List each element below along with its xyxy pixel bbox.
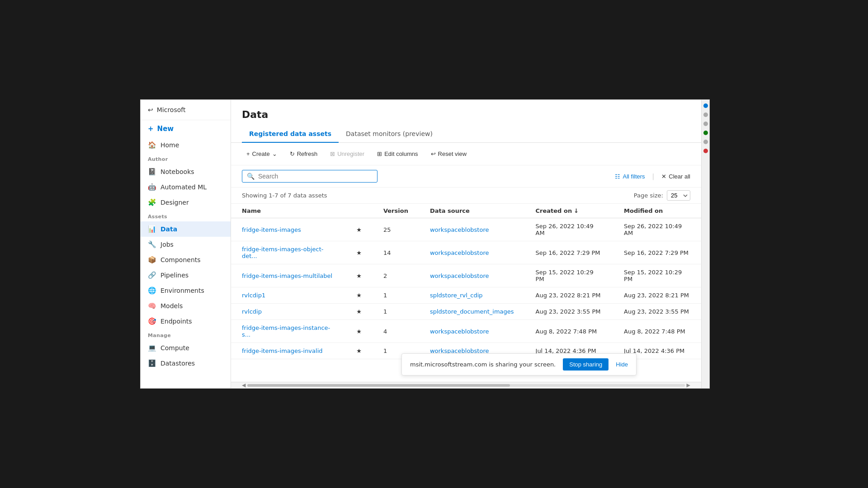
row-datasource-link[interactable]: workspaceblobstore [430,226,489,233]
sidebar: ↩ Microsoft + New 🏠 Home Author 📓 Notebo… [141,100,231,388]
stop-sharing-button[interactable]: Stop sharing [563,358,609,371]
right-panel-indicator-2[interactable] [703,113,708,117]
sidebar-item-components[interactable]: 📦 Components [141,252,231,267]
cell-star[interactable]: ★ [345,343,373,359]
filter-separator: | [652,173,655,180]
cell-modified-on: Aug 8, 2022 7:48 PM [613,320,701,343]
refresh-button[interactable]: ↻ Refresh [285,148,322,160]
row-datasource-link[interactable]: spldstore_document_images [430,308,514,315]
sidebar-item-models[interactable]: 🧠 Models [141,298,231,314]
sidebar-item-data[interactable]: 📊 Data [141,221,231,237]
cell-data-source: spldstore_rvl_cdip [419,287,525,304]
cell-created-on: Sep 16, 2022 7:29 PM [525,241,613,264]
edit-columns-button[interactable]: ⊞ Edit columns [373,148,422,160]
models-icon: 🧠 [148,302,156,310]
sidebar-item-designer-label: Designer [160,199,189,206]
row-name-link[interactable]: rvlcdip1 [242,292,265,299]
unregister-icon: ⊠ [330,150,335,157]
sidebar-item-components-label: Components [160,256,201,263]
cell-star[interactable]: ★ [345,287,373,304]
row-name-link[interactable]: fridge-items-images-instance-s... [242,324,330,338]
sidebar-item-compute[interactable]: 💻 Compute [141,340,231,356]
row-datasource-link[interactable]: spldstore_rvl_cdip [430,292,483,299]
filter-bar: 🔍 ☷ All filters | ✕ Clear all [231,165,701,188]
th-created-on[interactable]: Created on ↓ [525,204,613,218]
cell-data-source: workspaceblobstore [419,218,525,241]
row-name-link[interactable]: rvlcdip [242,308,262,315]
table-row: rvlcdip ★ 1 spldstore_document_images Au… [231,304,701,320]
right-panel-indicator-6[interactable] [703,149,708,153]
new-button[interactable]: + New [141,120,231,137]
right-panel-indicator-1[interactable] [703,103,708,108]
th-version[interactable]: Version [373,204,419,218]
h-scroll-track [247,384,684,387]
chevron-down-icon: ⌄ [272,150,277,157]
tab-registered-data-assets[interactable]: Registered data assets [242,127,339,143]
sidebar-item-environments[interactable]: 🌐 Environments [141,283,231,298]
new-label: New [157,125,174,133]
sidebar-item-home[interactable]: 🏠 Home [141,137,231,153]
sidebar-item-endpoints[interactable]: 🎯 Endpoints [141,314,231,329]
page-size-label: Page size: [634,192,663,199]
cell-star[interactable]: ★ [345,218,373,241]
page-size-control: Page size: 25 10 50 100 [634,190,690,201]
columns-icon: ⊞ [377,150,382,157]
cell-name: rvlcdip1 [231,287,345,304]
tab-dataset-monitors[interactable]: Dataset monitors (preview) [339,127,440,143]
right-panel-indicator-5[interactable] [703,140,708,144]
row-datasource-link[interactable]: workspaceblobstore [430,328,489,335]
right-panel-indicator-3[interactable] [703,122,708,126]
cell-data-source: workspaceblobstore [419,264,525,287]
page-size-select[interactable]: 25 10 50 100 [667,190,690,201]
row-name-link[interactable]: fridge-items-images-invalid [242,347,323,354]
sidebar-item-compute-label: Compute [160,344,189,352]
th-data-source[interactable]: Data source [419,204,525,218]
sidebar-item-pipelines[interactable]: 🔗 Pipelines [141,267,231,283]
sidebar-item-models-label: Models [160,302,183,310]
cell-star[interactable]: ★ [345,241,373,264]
create-button[interactable]: + Create ⌄ [242,148,282,160]
all-filters-button[interactable]: ☷ All filters [615,173,645,180]
h-scroll-thumb[interactable] [247,384,509,387]
sidebar-item-notebooks[interactable]: 📓 Notebooks [141,164,231,179]
cell-created-on: Aug 8, 2022 7:48 PM [525,320,613,343]
cell-created-on: Aug 23, 2022 8:21 PM [525,287,613,304]
right-panel-indicator-4[interactable] [703,131,708,135]
cell-name: rvlcdip [231,304,345,320]
sidebar-item-designer[interactable]: 🧩 Designer [141,195,231,210]
sidebar-item-jobs-label: Jobs [160,241,174,248]
page-title: Data [242,109,690,120]
cell-name: fridge-items-images [231,218,345,241]
reset-icon: ↩ [431,150,436,157]
row-name-link[interactable]: fridge-items-images-object-det... [242,246,324,259]
unregister-button[interactable]: ⊠ Unregister [326,148,369,160]
sidebar-item-jobs[interactable]: 🔧 Jobs [141,237,231,252]
th-name[interactable]: Name [231,204,345,218]
compute-icon: 💻 [148,344,156,352]
row-name-link[interactable]: fridge-items-images-multilabel [242,272,332,279]
back-icon: ↩ [148,106,153,113]
search-input[interactable] [258,173,373,180]
cell-name: fridge-items-images-invalid [231,343,345,359]
components-icon: 📦 [148,256,156,264]
main-content: Data Registered data assets Dataset moni… [231,100,701,388]
th-modified-on[interactable]: Modified on [613,204,701,218]
scroll-left-arrow[interactable]: ◀ [242,382,245,388]
cell-star[interactable]: ★ [345,320,373,343]
scroll-right-arrow[interactable]: ▶ [687,382,690,388]
hide-button[interactable]: Hide [616,361,628,368]
reset-view-button[interactable]: ↩ Reset view [426,148,472,160]
row-datasource-link[interactable]: workspaceblobstore [430,249,489,256]
cell-star[interactable]: ★ [345,304,373,320]
sidebar-item-endpoints-label: Endpoints [160,318,192,325]
sidebar-item-automated-ml[interactable]: 🤖 Automated ML [141,179,231,195]
cell-created-on: Sep 15, 2022 10:29 PM [525,264,613,287]
sidebar-back-button[interactable]: ↩ Microsoft [141,100,231,120]
clear-all-button[interactable]: ✕ Clear all [661,173,690,180]
row-name-link[interactable]: fridge-items-images [242,226,301,233]
cell-star[interactable]: ★ [345,264,373,287]
row-datasource-link[interactable]: workspaceblobstore [430,272,489,279]
sidebar-item-datastores[interactable]: 🗄️ Datastores [141,356,231,371]
environments-icon: 🌐 [148,286,156,295]
page-header: Data Registered data assets Dataset moni… [231,100,701,143]
